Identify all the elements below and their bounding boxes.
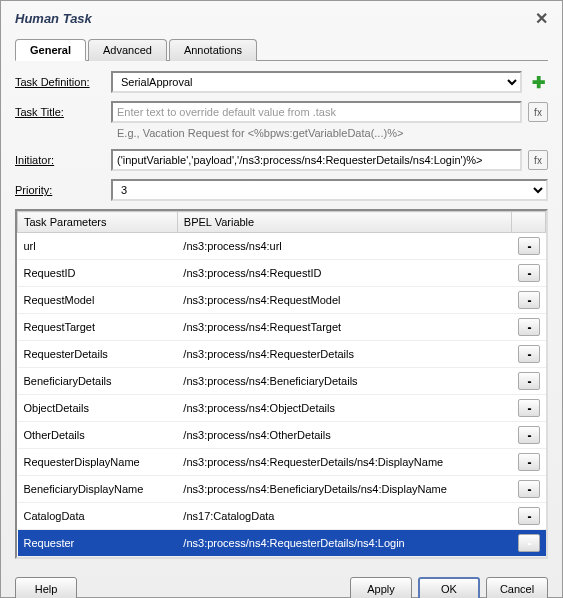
cell-var: /ns3:process/ns4:BeneficiaryDetails/ns4:… (177, 476, 511, 503)
cancel-button[interactable]: Cancel (486, 577, 548, 598)
cell-param: url (18, 233, 178, 260)
cell-var: /ns3:process/ns4:RequestTarget (177, 314, 511, 341)
browse-button[interactable]: ... (518, 237, 540, 255)
cell-param: CatalogData (18, 503, 178, 530)
cell-var: /ns3:process/ns4:RequesterDetails/ns4:Lo… (177, 530, 511, 557)
parameters-table: Task Parameters BPEL Variable url/ns3:pr… (17, 211, 546, 557)
cell-var: /ns17:CatalogData (177, 503, 511, 530)
browse-button[interactable]: ... (518, 264, 540, 282)
add-icon[interactable]: ✚ (528, 72, 548, 92)
table-row[interactable]: RequesterDisplayName/ns3:process/ns4:Req… (18, 449, 546, 476)
browse-button[interactable]: ... (518, 318, 540, 336)
tab-general[interactable]: General (15, 39, 86, 61)
expression-icon[interactable]: fx (528, 102, 548, 122)
cell-param: RequesterDetails (18, 341, 178, 368)
browse-button[interactable]: ... (518, 345, 540, 363)
cell-param: RequestID (18, 260, 178, 287)
priority-row: Priority: 3 (15, 179, 548, 201)
parameters-table-wrap: Task Parameters BPEL Variable url/ns3:pr… (15, 209, 548, 559)
task-title-row: Task Title: fx (15, 101, 548, 123)
table-row[interactable]: Requester/ns3:process/ns4:RequesterDetai… (18, 530, 546, 557)
cell-action: ... (512, 233, 546, 260)
col-task-parameters[interactable]: Task Parameters (18, 212, 178, 233)
browse-button[interactable]: ... (518, 426, 540, 444)
browse-button[interactable]: ... (518, 534, 540, 552)
cell-action: ... (512, 503, 546, 530)
cell-param: ObjectDetails (18, 395, 178, 422)
table-row[interactable]: url/ns3:process/ns4:url... (18, 233, 546, 260)
cell-param: Requester (18, 530, 178, 557)
col-action (512, 212, 546, 233)
cell-var: /ns3:process/ns4:ObjectDetails (177, 395, 511, 422)
cell-param: BeneficiaryDisplayName (18, 476, 178, 503)
tab-advanced[interactable]: Advanced (88, 39, 167, 61)
content-area: General Advanced Annotations Task Defini… (1, 34, 562, 567)
browse-button[interactable]: ... (518, 372, 540, 390)
task-definition-row: Task Definition: SerialApproval ✚ (15, 71, 548, 93)
cell-action: ... (512, 368, 546, 395)
cell-action: ... (512, 341, 546, 368)
cell-action: ... (512, 422, 546, 449)
cell-var: /ns3:process/ns4:OtherDetails (177, 422, 511, 449)
table-row[interactable]: BeneficiaryDisplayName/ns3:process/ns4:B… (18, 476, 546, 503)
table-row[interactable]: BeneficiaryDetails/ns3:process/ns4:Benef… (18, 368, 546, 395)
table-row[interactable]: RequestTarget/ns3:process/ns4:RequestTar… (18, 314, 546, 341)
tab-bar: General Advanced Annotations (15, 38, 548, 61)
task-definition-select[interactable]: SerialApproval (111, 71, 522, 93)
initiator-label: Initiator: (15, 154, 105, 166)
cell-var: /ns3:process/ns4:RequestID (177, 260, 511, 287)
close-icon[interactable]: ✕ (531, 7, 552, 30)
browse-button[interactable]: ... (518, 453, 540, 471)
task-title-input[interactable] (111, 101, 522, 123)
cell-action: ... (512, 287, 546, 314)
task-definition-label: Task Definition: (15, 76, 105, 88)
cell-action: ... (512, 395, 546, 422)
cell-var: /ns3:process/ns4:BeneficiaryDetails (177, 368, 511, 395)
tab-annotations[interactable]: Annotations (169, 39, 257, 61)
priority-label: Priority: (15, 184, 105, 196)
col-bpel-variable[interactable]: BPEL Variable (177, 212, 511, 233)
cell-param: RequesterDisplayName (18, 449, 178, 476)
cell-action: ... (512, 530, 546, 557)
human-task-dialog: Human Task ✕ General Advanced Annotation… (0, 0, 563, 598)
browse-button[interactable]: ... (518, 399, 540, 417)
cell-var: /ns3:process/ns4:RequestModel (177, 287, 511, 314)
dialog-footer: Help Apply OK Cancel (1, 567, 562, 598)
cell-param: RequestModel (18, 287, 178, 314)
table-row[interactable]: RequestID/ns3:process/ns4:RequestID... (18, 260, 546, 287)
table-row[interactable]: RequestModel/ns3:process/ns4:RequestMode… (18, 287, 546, 314)
cell-var: /ns3:process/ns4:url (177, 233, 511, 260)
table-row[interactable]: OtherDetails/ns3:process/ns4:OtherDetail… (18, 422, 546, 449)
cell-param: OtherDetails (18, 422, 178, 449)
initiator-input[interactable] (111, 149, 522, 171)
apply-button[interactable]: Apply (350, 577, 412, 598)
task-title-label: Task Title: (15, 106, 105, 118)
task-title-hint: E.g., Vacation Request for <%bpws:getVar… (117, 127, 548, 139)
cell-action: ... (512, 449, 546, 476)
browse-button[interactable]: ... (518, 507, 540, 525)
table-row[interactable]: CatalogData/ns17:CatalogData... (18, 503, 546, 530)
titlebar: Human Task ✕ (1, 1, 562, 34)
cell-action: ... (512, 476, 546, 503)
cell-var: /ns3:process/ns4:RequesterDetails/ns4:Di… (177, 449, 511, 476)
dialog-title: Human Task (15, 11, 92, 26)
browse-button[interactable]: ... (518, 480, 540, 498)
priority-select[interactable]: 3 (111, 179, 548, 201)
expression-icon[interactable]: fx (528, 150, 548, 170)
cell-action: ... (512, 314, 546, 341)
cell-param: RequestTarget (18, 314, 178, 341)
ok-button[interactable]: OK (418, 577, 480, 598)
browse-button[interactable]: ... (518, 291, 540, 309)
cell-action: ... (512, 260, 546, 287)
initiator-row: Initiator: fx (15, 149, 548, 171)
table-row[interactable]: RequesterDetails/ns3:process/ns4:Request… (18, 341, 546, 368)
cell-var: /ns3:process/ns4:RequesterDetails (177, 341, 511, 368)
help-button[interactable]: Help (15, 577, 77, 598)
cell-param: BeneficiaryDetails (18, 368, 178, 395)
table-row[interactable]: ObjectDetails/ns3:process/ns4:ObjectDeta… (18, 395, 546, 422)
